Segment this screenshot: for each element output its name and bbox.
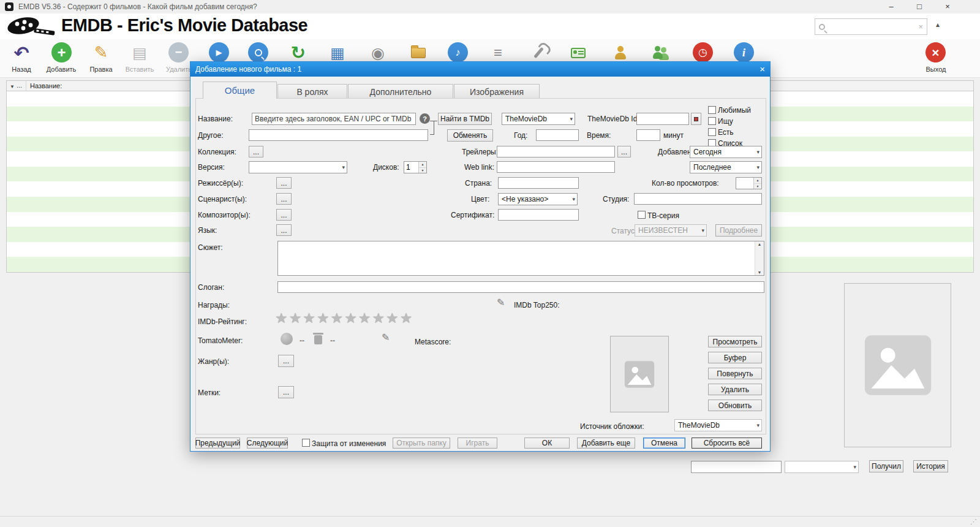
color-select[interactable]: <Не указано>▾ — [498, 193, 578, 205]
composer-browse-button[interactable]: ... — [276, 209, 292, 221]
column-options[interactable]: ... — [17, 82, 22, 89]
tools-icon[interactable] — [528, 42, 549, 63]
back-icon[interactable]: ↶ — [11, 42, 32, 63]
version-select[interactable]: ▾ — [249, 161, 347, 173]
genre-browse-button[interactable]: ... — [278, 355, 294, 367]
certificate-input[interactable] — [498, 209, 579, 221]
scrollbar[interactable]: ▲ ▼ — [755, 241, 764, 275]
star-icon[interactable]: ★ — [400, 310, 413, 326]
writer-browse-button[interactable]: ... — [276, 193, 292, 205]
swap-button[interactable]: Обменять — [447, 129, 493, 142]
trailers-input[interactable] — [497, 146, 615, 157]
tab-images[interactable]: Изображения — [454, 84, 540, 99]
cover-refresh-button[interactable]: Обновить — [708, 400, 762, 411]
recent-icon[interactable]: ◷ — [693, 42, 713, 63]
star-icon[interactable]: ★ — [358, 310, 371, 326]
resize-grip[interactable]: ⋰ — [970, 518, 977, 526]
history-button[interactable]: История — [913, 460, 948, 472]
collapse-header-icon[interactable]: ▴ — [936, 20, 940, 29]
collection-browse-button[interactable]: ... — [249, 146, 263, 157]
edit-top250-icon[interactable]: ✎ — [497, 297, 505, 308]
protect-checkbox[interactable] — [302, 439, 310, 447]
header-search-input[interactable] — [829, 22, 914, 32]
close-icon[interactable]: × — [933, 0, 962, 13]
tab-general[interactable]: Общие — [203, 82, 277, 99]
archive-icon[interactable] — [408, 42, 429, 63]
reset-all-button[interactable]: Сбросить всё — [692, 438, 762, 449]
users-icon[interactable] — [651, 42, 672, 63]
star-icon[interactable]: ★ — [317, 310, 330, 326]
title-input[interactable] — [252, 113, 416, 125]
star-icon[interactable]: ★ — [331, 310, 344, 326]
weblink-input[interactable] — [497, 161, 615, 173]
spin-down-icon[interactable]: ▼ — [419, 168, 426, 173]
scroll-down-icon[interactable]: ▼ — [755, 270, 764, 275]
sort-arrow-icon[interactable]: ▼ — [10, 84, 15, 89]
year-input[interactable] — [536, 129, 579, 141]
add-more-button[interactable]: Добавить еще — [577, 438, 635, 449]
discs-spinner[interactable]: 1 ▲▼ — [404, 161, 427, 173]
clear-search-icon[interactable]: × — [918, 22, 923, 31]
add-icon[interactable]: + — [51, 42, 72, 63]
star-icon[interactable]: ★ — [303, 310, 315, 326]
star-icon[interactable]: ★ — [289, 310, 302, 326]
minimize-icon[interactable]: – — [877, 0, 905, 13]
sync-icon[interactable]: ↻ — [288, 42, 309, 63]
toolbar-label-back[interactable]: Назад — [2, 66, 41, 73]
wishlist-checkbox[interactable] — [708, 117, 716, 125]
cover-clipboard-button[interactable]: Буфер — [708, 352, 762, 363]
music-icon[interactable]: ♪ — [448, 42, 468, 63]
star-icon[interactable]: ★ — [372, 310, 385, 326]
last-select[interactable]: Последнее▾ — [690, 161, 762, 173]
help-icon[interactable]: ? — [420, 113, 430, 124]
search-movie-icon[interactable] — [248, 42, 268, 63]
user-icon[interactable] — [610, 42, 631, 63]
star-icon[interactable]: ★ — [344, 310, 357, 326]
toolbar-label-add[interactable]: Добавить — [42, 66, 81, 73]
tab-additional[interactable]: Дополнительно — [348, 84, 453, 99]
maximize-icon[interactable]: □ — [905, 0, 933, 13]
director-browse-button[interactable]: ... — [276, 177, 292, 189]
info-icon[interactable]: i — [734, 42, 754, 63]
tab-cast[interactable]: В ролях — [277, 84, 347, 99]
got-button[interactable]: Получил — [869, 460, 903, 472]
cover-view-button[interactable]: Просмотреть — [708, 336, 762, 347]
cancel-button[interactable]: Отмена — [643, 438, 685, 449]
toolbar-label-exit[interactable]: Выход — [916, 66, 956, 73]
database-icon[interactable]: ≡ — [488, 42, 508, 63]
tmdb-id-lookup-button[interactable] — [691, 113, 701, 125]
toolbar-label-edit[interactable]: Правка — [81, 66, 121, 73]
spin-up-icon[interactable]: ▲ — [419, 162, 426, 168]
cover-source-select[interactable]: TheMovieDb▾ — [674, 419, 762, 431]
bottom-select[interactable]: ▾ — [785, 461, 859, 473]
tagline-input[interactable] — [277, 281, 764, 293]
have-checkbox[interactable] — [708, 128, 716, 136]
runtime-input[interactable] — [636, 129, 660, 141]
plot-textarea[interactable]: ▲ ▼ — [277, 241, 764, 276]
trailers-browse-button[interactable]: ... — [617, 146, 631, 157]
idcard-icon[interactable] — [568, 42, 589, 63]
language-browse-button[interactable]: ... — [276, 224, 292, 236]
favorite-checkbox[interactable] — [708, 106, 716, 114]
camera-icon[interactable]: ◉ — [368, 42, 388, 63]
views-spinner[interactable]: ▲▼ — [736, 177, 762, 189]
tmdb-id-input[interactable] — [636, 113, 689, 125]
provider-select[interactable]: TheMovieDb▾ — [502, 113, 575, 125]
spin-down-icon[interactable]: ▼ — [754, 184, 761, 189]
exit-icon[interactable]: × — [925, 42, 946, 63]
bottom-input[interactable] — [691, 461, 782, 473]
cover-delete-button[interactable]: Удалить — [708, 384, 762, 395]
next-button[interactable]: Следующий — [247, 438, 288, 449]
previous-button[interactable]: Предыдущий — [195, 438, 240, 449]
scroll-up-icon[interactable]: ▲ — [755, 242, 764, 246]
column-title[interactable]: Название: — [30, 82, 62, 89]
dialog-titlebar[interactable]: Добавление нового фильма : 1 × — [190, 62, 770, 77]
tv-series-checkbox[interactable] — [638, 211, 646, 219]
added-select[interactable]: Сегодня▾ — [690, 146, 762, 158]
edit-scores-icon[interactable]: ✎ — [382, 332, 390, 343]
tags-browse-button[interactable]: ... — [278, 386, 294, 398]
star-icon[interactable]: ★ — [386, 310, 399, 326]
cover-rotate-button[interactable]: Повернуть — [708, 368, 762, 379]
spin-up-icon[interactable]: ▲ — [754, 178, 761, 184]
other-title-input[interactable] — [249, 129, 428, 141]
